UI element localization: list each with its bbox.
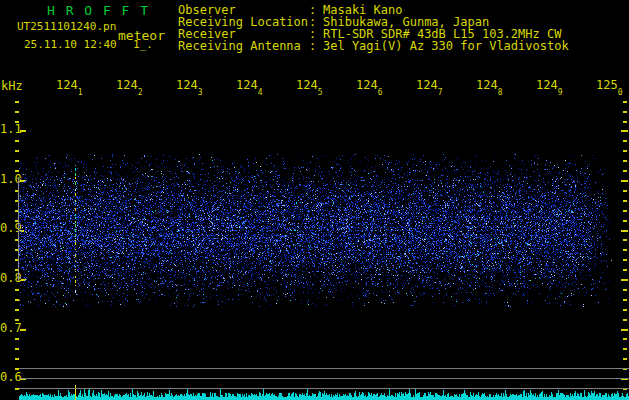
info-key: Receiving Antenna (178, 40, 309, 52)
capture-filename: UT2511101240.pn (17, 21, 116, 32)
band-edge-line (18, 178, 19, 281)
time-tick-label: 1248 (476, 79, 503, 91)
time-tick-label: 1245 (296, 79, 323, 91)
freq-axis-unit: kHz (1, 80, 23, 92)
capture-datetime: 25.11.10 12:40 (24, 39, 117, 50)
time-tick-label: 1244 (236, 79, 263, 91)
time-tick-label: 1246 (356, 79, 383, 91)
info-row: Receiving Antenna:3el Yagi(V) Az 330 for… (178, 40, 569, 52)
time-tick-label: 1247 (416, 79, 443, 91)
time-tick-label: 1243 (176, 79, 203, 91)
time-tick-label: 1249 (536, 79, 563, 91)
time-tick-label: 1242 (116, 79, 143, 91)
spectrogram-canvas (19, 100, 629, 360)
freq-tick-label: 0.6 (0, 371, 22, 383)
signal-gridline (19, 378, 629, 379)
time-tick-label: 1250 (596, 79, 623, 91)
signal-gridline (19, 368, 629, 369)
info-colon: : (309, 40, 323, 52)
info-value: 3el Yagi(V) Az 330 for Vladivostok (323, 39, 569, 53)
app-logo: H R O F F T (47, 4, 150, 17)
time-tick-label: 1241 (56, 79, 83, 91)
counter-text: 1_. (133, 39, 153, 50)
signal-level-canvas (19, 384, 629, 400)
signal-gridline (19, 388, 629, 389)
hrofft-frame: H R O F F T UT2511101240.pn meteor 25.11… (0, 0, 629, 400)
